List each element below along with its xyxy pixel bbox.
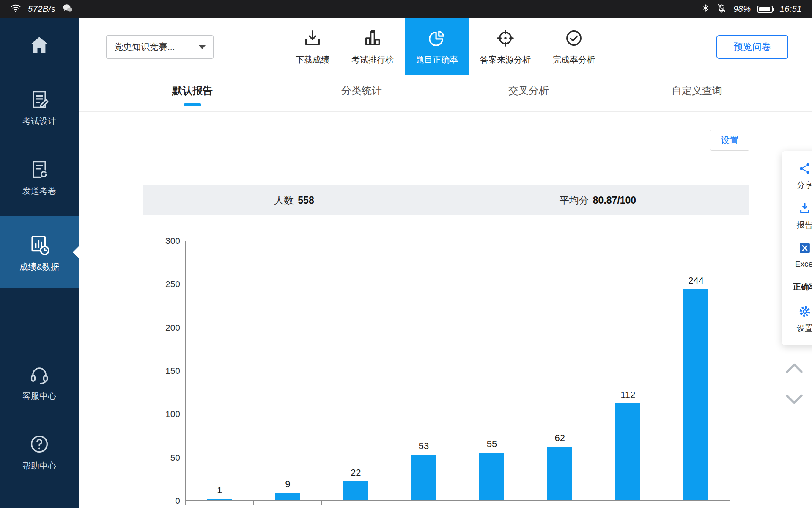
bar-value-label: 62 [555,433,565,444]
x-axis-ticks [185,501,730,506]
x-tick [730,501,730,505]
tab-underline [520,103,538,106]
sidebar-item-home[interactable] [0,21,79,67]
download-icon [303,28,322,50]
tab-category-statistics[interactable]: 分类统计 [341,75,382,106]
report-tab-label: 分类统计 [341,84,382,97]
active-tab-underline [184,103,201,106]
tab-label: 下载成绩 [296,54,329,66]
report-tab-label: 交叉分析 [508,84,549,97]
participant-count: 人数 558 [143,185,446,215]
sidebar-item-customer-service[interactable]: 客服中心 [0,351,79,412]
bar-value-label: 244 [688,275,704,286]
panel-item-label: 设置 [797,323,812,334]
bar-value-label: 53 [419,441,429,452]
x-tick [662,501,662,505]
sidebar-item-label: 发送考卷 [22,185,56,197]
chevron-down-icon [785,393,804,407]
bar-slot: 9 [254,241,322,500]
tab-answer-source-analysis[interactable]: 答案来源分析 [469,18,542,75]
preview-questionnaire-button[interactable]: 预览问卷 [716,35,788,59]
report-tabs: 默认报告 分类统计 交叉分析 自定义查询 [79,75,812,112]
bar-chart-plot: 1922535562112244 [185,241,730,501]
bar-value-label: 1 [217,485,222,496]
chart-settings-button[interactable]: 设置 [710,130,749,151]
wifi-icon [10,3,21,16]
top-toolbar: 党史知识竞赛... 下载成绩 考试排行榜 [79,18,812,75]
tab-label: 考试排行榜 [351,54,394,66]
tab-label: 完成率分析 [553,54,595,66]
bar [343,481,368,500]
chevron-up-icon [785,362,804,375]
bar-slot: 22 [322,241,390,500]
sidebar-item-send-exam[interactable]: 发送考卷 [0,146,79,207]
sidebar-item-help-center[interactable]: 帮助中心 [0,421,79,482]
bar-value-label: 22 [351,467,361,478]
exam-design-icon [28,88,50,110]
tab-download-scores[interactable]: 下载成绩 [285,18,340,75]
scores-data-icon [28,233,51,256]
check-circle-icon [564,28,584,50]
excel-icon [798,242,811,257]
x-tick [253,501,254,505]
status-left: 572B/s [10,3,73,16]
bar [275,493,300,500]
home-icon [28,33,51,56]
bar-slot: 112 [594,241,662,500]
tab-cross-analysis[interactable]: 交叉分析 [508,75,549,106]
panel-settings-button[interactable]: 设置 [782,300,812,340]
average-value: 80.87/100 [593,195,636,206]
bar [547,447,572,500]
battery-icon [757,6,773,13]
share-button[interactable]: 分享 [782,157,812,196]
survey-selector-dropdown[interactable]: 党史知识竞赛... [106,35,214,59]
sidebar-item-label: 帮助中心 [22,460,56,472]
report-tab-label: 自定义查询 [672,84,722,97]
pie-chart-icon [427,28,447,50]
bar-slot: 1 [186,241,254,500]
bluetooth-icon [701,3,710,15]
sidebar-item-label: 考试设计 [22,116,56,127]
sidebar-item-label: 成绩&数据 [19,261,59,273]
survey-selector-label: 党史知识竞赛... [114,41,175,53]
scroll-up-button[interactable] [782,356,807,381]
scroll-down-button[interactable] [782,387,807,413]
bar-slot: 62 [526,241,594,500]
bar-value-label: 55 [487,439,497,450]
tab-custom-query[interactable]: 自定义查询 [672,75,722,106]
average-label: 平均分 [560,194,589,207]
bar-value-label: 112 [620,389,635,400]
tab-default-report[interactable]: 默认报告 [172,75,213,106]
sidebar-item-label: 客服中心 [22,390,56,402]
sidebar: 考试设计 发送考卷 成绩&数据 [0,18,79,508]
accuracy-rate-item[interactable]: 正确率 [782,274,812,300]
report-download-button[interactable]: 报告 [782,196,812,236]
x-tick [321,501,322,505]
bar [207,499,232,500]
gear-icon [798,305,811,320]
network-speed: 572B/s [28,4,55,14]
bar-slot: 55 [458,241,526,500]
download-report-icon [798,202,811,217]
sidebar-item-scores-data[interactable]: 成绩&数据 [0,216,79,288]
tab-label: 答案来源分析 [480,54,531,66]
help-circle-icon [28,433,50,455]
bar [479,453,504,500]
sidebar-item-exam-design[interactable]: 考试设计 [0,77,79,137]
count-value: 558 [298,195,314,206]
headset-icon [28,363,50,385]
panel-item-label: Excel [795,260,812,269]
count-label: 人数 [274,194,294,207]
y-axis-labels: 300250200150100500 [146,241,180,501]
battery-percent: 98% [733,4,751,14]
tab-exam-ranking[interactable]: 考试排行榜 [340,18,405,75]
excel-export-button[interactable]: Excel [782,236,812,274]
screen: 572B/s 98% 16:51 [0,0,812,508]
bar-slot: 244 [662,241,730,500]
x-tick [594,501,594,505]
tab-completion-rate-analysis[interactable]: 完成率分析 [542,18,606,75]
wechat-icon [62,3,73,16]
tab-underline [353,103,370,106]
send-exam-icon [28,158,50,180]
tab-question-accuracy[interactable]: 题目正确率 [405,18,469,75]
